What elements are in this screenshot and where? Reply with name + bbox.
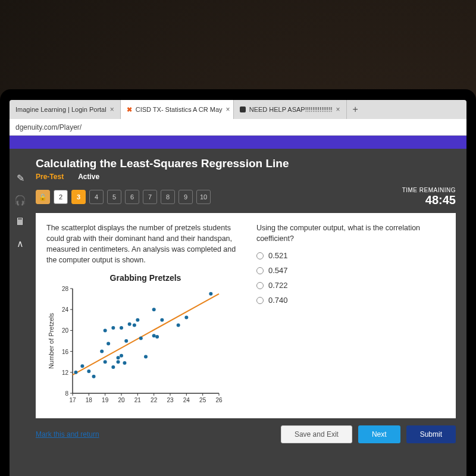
tab-label: CISD TX- Statistics A CR May — [136, 106, 223, 113]
tab-favicon-icon: ✖ — [127, 106, 132, 114]
svg-point-49 — [120, 326, 123, 330]
page-title: Calculating the Least-Squares Regression… — [36, 157, 456, 170]
svg-point-60 — [160, 318, 164, 321]
svg-point-51 — [124, 339, 128, 343]
prompt-text: The scatterplot displays the number of p… — [46, 223, 245, 266]
timer-value: 48:45 — [402, 193, 456, 207]
tab-imagine-learning[interactable]: Imagine Learning | Login Portal × — [10, 100, 121, 119]
stage-label: Pre-Test — [36, 173, 64, 181]
option-d[interactable]: 0.740 — [256, 296, 445, 305]
svg-text:28: 28 — [62, 286, 69, 292]
timer-label: TIME REMAINING — [402, 187, 456, 193]
address-bar[interactable]: dgenuity.com/Player/ — [10, 119, 466, 136]
tab-favicon-icon — [240, 107, 246, 112]
svg-text:20: 20 — [62, 327, 69, 334]
svg-point-40 — [100, 349, 104, 353]
question-card: The scatterplot displays the number of p… — [36, 213, 456, 418]
svg-point-43 — [107, 342, 110, 345]
svg-point-62 — [184, 315, 188, 319]
tab-label: NEED HELP ASAP!!!!!!!!!!!!!!! — [249, 106, 333, 113]
timer: TIME REMAINING 48:45 — [402, 187, 456, 207]
chart-title: Grabbing Pretzels — [46, 273, 245, 283]
svg-point-53 — [133, 323, 136, 327]
status-label: Active — [78, 173, 99, 181]
submit-button[interactable]: Submit — [406, 425, 456, 443]
headphones-icon[interactable]: 🎧 — [14, 195, 26, 206]
close-icon[interactable]: × — [226, 105, 230, 114]
question-nav-1[interactable]: 🔒 — [36, 190, 50, 204]
mark-return-link[interactable]: Mark this and return — [36, 430, 99, 439]
svg-text:8: 8 — [65, 390, 68, 397]
svg-text:26: 26 — [215, 397, 223, 403]
option-b[interactable]: 0.547 — [256, 266, 445, 275]
radio-icon — [256, 297, 264, 304]
svg-point-45 — [111, 365, 115, 369]
svg-point-56 — [144, 355, 148, 358]
new-tab-button[interactable]: + — [347, 104, 364, 115]
svg-point-47 — [117, 356, 120, 359]
svg-text:22: 22 — [151, 397, 158, 403]
svg-point-63 — [209, 292, 212, 295]
svg-text:20: 20 — [118, 397, 125, 403]
collapse-icon[interactable]: ∧ — [17, 238, 24, 249]
radio-icon — [256, 252, 264, 259]
tab-cisd-statistics[interactable]: ✖ CISD TX- Statistics A CR May × — [121, 100, 234, 119]
radio-icon — [256, 282, 264, 289]
svg-point-50 — [123, 361, 126, 364]
tab-need-help[interactable]: NEED HELP ASAP!!!!!!!!!!!!!!! × — [234, 100, 347, 119]
save-exit-button[interactable]: Save and Exit — [281, 425, 352, 443]
question-text: Using the computer output, what is the c… — [256, 223, 445, 244]
radio-icon — [256, 267, 264, 274]
svg-text:23: 23 — [167, 397, 174, 403]
next-button[interactable]: Next — [358, 425, 400, 443]
svg-point-41 — [104, 328, 107, 332]
question-nav-2[interactable]: 2 — [54, 190, 68, 204]
svg-text:Number of Pretzels: Number of Pretzels — [48, 312, 55, 369]
svg-text:12: 12 — [62, 369, 69, 375]
svg-line-35 — [73, 293, 219, 374]
svg-text:16: 16 — [62, 348, 69, 355]
question-nav-10[interactable]: 10 — [196, 190, 211, 204]
svg-point-39 — [92, 374, 96, 378]
svg-point-38 — [87, 369, 90, 373]
app-header-bar — [10, 136, 466, 149]
svg-point-55 — [139, 336, 143, 340]
svg-point-37 — [80, 364, 84, 368]
pencil-icon[interactable]: ✎ — [17, 173, 24, 184]
question-nav-7[interactable]: 7 — [143, 190, 157, 204]
close-icon[interactable]: × — [336, 105, 340, 114]
question-nav-4[interactable]: 4 — [89, 190, 104, 204]
svg-point-44 — [111, 326, 115, 330]
question-nav-3[interactable]: 3 — [71, 190, 86, 204]
question-nav-9[interactable]: 9 — [178, 190, 193, 204]
svg-point-46 — [117, 360, 120, 364]
tab-label: Imagine Learning | Login Portal — [15, 106, 107, 113]
svg-text:25: 25 — [199, 397, 206, 403]
option-a[interactable]: 0.521 — [256, 251, 445, 260]
scatterplot: Grabbing Pretzels 8121620242817181920212… — [46, 273, 245, 412]
svg-point-57 — [152, 308, 156, 311]
svg-text:18: 18 — [86, 397, 93, 403]
svg-point-58 — [152, 334, 156, 337]
question-nav-5[interactable]: 5 — [107, 190, 121, 204]
option-c[interactable]: 0.722 — [256, 281, 445, 290]
question-nav-8[interactable]: 8 — [161, 190, 175, 204]
tool-sidebar: ✎ 🎧 🖩 ∧ — [10, 149, 31, 476]
svg-point-42 — [104, 360, 107, 364]
svg-text:21: 21 — [134, 397, 142, 403]
svg-point-48 — [120, 353, 123, 357]
calculator-icon[interactable]: 🖩 — [15, 217, 25, 227]
browser-tabs: Imagine Learning | Login Portal × ✖ CISD… — [10, 100, 466, 119]
svg-text:19: 19 — [102, 397, 109, 403]
answer-options: 0.521 0.547 0.722 0.740 — [256, 251, 445, 305]
svg-text:24: 24 — [62, 306, 69, 313]
chart-svg: 8121620242817181920212223242526Number of… — [46, 285, 225, 410]
question-nav: 🔒 2 3 4 5 6 7 8 9 10 — [36, 190, 211, 204]
svg-point-59 — [155, 334, 159, 338]
question-nav-6[interactable]: 6 — [125, 190, 139, 204]
svg-text:17: 17 — [69, 397, 76, 403]
url-text: dgenuity.com/Player/ — [15, 123, 82, 131]
svg-point-54 — [136, 318, 139, 321]
close-icon[interactable]: × — [110, 105, 114, 114]
svg-point-61 — [177, 323, 180, 327]
